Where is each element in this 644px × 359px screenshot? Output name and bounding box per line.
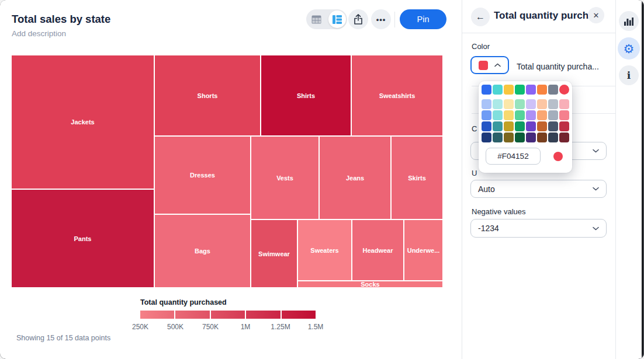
legend-tick-label: 1M bbox=[241, 323, 251, 331]
treemap-node-shorts[interactable]: Shorts bbox=[155, 55, 260, 135]
palette-swatch-selected[interactable] bbox=[559, 85, 569, 95]
palette-swatch[interactable] bbox=[526, 110, 536, 120]
close-icon: ✕ bbox=[593, 11, 600, 20]
back-button[interactable]: ← bbox=[471, 8, 490, 26]
more-button[interactable]: ••• bbox=[371, 9, 391, 29]
treemap-node-dresses[interactable]: Dresses bbox=[155, 137, 250, 214]
treemap-node-label: Sweaters bbox=[310, 247, 338, 254]
palette-swatch[interactable] bbox=[482, 121, 491, 131]
palette-swatch[interactable] bbox=[537, 85, 547, 95]
treemap-node-swimwear[interactable]: Swimwear bbox=[251, 220, 297, 287]
palette-swatch[interactable] bbox=[482, 133, 491, 142]
palette-swatch[interactable] bbox=[537, 110, 547, 120]
palette-swatch[interactable] bbox=[537, 121, 547, 131]
palette-swatch[interactable] bbox=[504, 133, 514, 142]
panel-header: ← Total quantity purcha ✕ bbox=[462, 0, 616, 33]
palette-swatch[interactable] bbox=[526, 121, 536, 131]
palette-swatch[interactable] bbox=[515, 85, 525, 95]
treemap-node-label: Pants bbox=[74, 235, 92, 242]
palette-shade-row bbox=[481, 99, 570, 109]
treemap-node-skirts[interactable]: Skirts bbox=[392, 137, 442, 219]
palette-swatch[interactable] bbox=[504, 85, 514, 95]
negative-values-dropdown[interactable]: -1234 bbox=[470, 219, 607, 238]
treemap-node-pants[interactable]: Pants bbox=[12, 190, 154, 287]
close-button[interactable]: ✕ bbox=[588, 7, 604, 23]
ellipsis-icon: ••• bbox=[376, 15, 386, 24]
treemap-node-jackets[interactable]: Jackets bbox=[12, 55, 154, 189]
palette-swatch[interactable] bbox=[482, 99, 491, 109]
treemap-node-vests[interactable]: Vests bbox=[251, 137, 318, 219]
treemap-node-underwe[interactable]: Underwe... bbox=[404, 220, 442, 280]
treemap-node-socks[interactable]: Socks bbox=[298, 281, 442, 287]
palette-swatch[interactable] bbox=[548, 121, 558, 131]
chart-view-button[interactable] bbox=[328, 11, 346, 28]
palette-swatch[interactable] bbox=[559, 110, 569, 120]
treemap-node-label: Vests bbox=[276, 175, 293, 182]
palette-swatch[interactable] bbox=[559, 99, 569, 109]
palette-swatch[interactable] bbox=[537, 133, 547, 142]
palette-swatch[interactable] bbox=[504, 99, 514, 109]
unit-label-fragment: U bbox=[472, 169, 477, 177]
palette-swatch[interactable] bbox=[548, 99, 558, 109]
palette-swatch[interactable] bbox=[493, 85, 503, 95]
icon-rail: ⚙ i bbox=[615, 0, 642, 359]
palette-swatch[interactable] bbox=[493, 99, 503, 109]
palette-swatch[interactable] bbox=[504, 121, 514, 131]
share-button[interactable] bbox=[348, 9, 368, 29]
palette-swatch[interactable] bbox=[493, 110, 503, 120]
treemap-node-bags[interactable]: Bags bbox=[155, 215, 250, 287]
auto-dropdown[interactable]: Auto bbox=[470, 180, 607, 198]
info-button[interactable]: i bbox=[619, 65, 639, 85]
palette-swatch[interactable] bbox=[559, 133, 569, 142]
color-swatch-button[interactable] bbox=[470, 56, 509, 74]
pin-button[interactable]: Pin bbox=[400, 9, 446, 29]
palette-swatch[interactable] bbox=[526, 99, 536, 109]
color-label: Color bbox=[472, 42, 490, 51]
treemap-node-label: Sweatshirts bbox=[379, 92, 416, 99]
palette-swatch[interactable] bbox=[526, 85, 536, 95]
palette-swatch[interactable] bbox=[493, 133, 503, 142]
gear-icon: ⚙ bbox=[624, 43, 635, 55]
treemap-node-label: Socks bbox=[361, 281, 379, 287]
treemap-node-jeans[interactable]: Jeans bbox=[320, 137, 390, 219]
palette-swatch[interactable] bbox=[526, 133, 536, 142]
settings-button[interactable]: ⚙ bbox=[618, 37, 640, 60]
toolbar-divider bbox=[394, 12, 395, 27]
treemap-node-shirts[interactable]: Shirts bbox=[261, 55, 351, 135]
chart-properties-button[interactable] bbox=[619, 11, 639, 31]
color-series-name: Total quantity purcha... bbox=[517, 62, 610, 71]
palette-swatch[interactable] bbox=[504, 110, 514, 120]
palette-swatch[interactable] bbox=[515, 133, 525, 142]
palette-swatch[interactable] bbox=[548, 133, 558, 142]
legend-gradient-segment bbox=[282, 311, 316, 319]
status-text: Showing 15 of 15 data points bbox=[16, 334, 110, 342]
palette-swatch[interactable] bbox=[493, 121, 503, 131]
palette-swatch[interactable] bbox=[548, 110, 558, 120]
treemap-node-label: Bags bbox=[195, 248, 210, 255]
info-icon: i bbox=[627, 69, 631, 81]
legend-gradient-segment bbox=[211, 311, 245, 319]
chevron-down-icon bbox=[593, 226, 599, 231]
palette-swatch[interactable] bbox=[548, 85, 558, 95]
palette-swatch[interactable] bbox=[482, 110, 491, 120]
dropdown-value: -1234 bbox=[478, 224, 593, 233]
palette-shade-rows bbox=[481, 99, 570, 142]
treemap-node-headwear[interactable]: Headwear bbox=[352, 220, 403, 280]
add-description[interactable]: Add description bbox=[12, 29, 66, 38]
table-icon bbox=[311, 15, 321, 24]
palette-swatch[interactable] bbox=[515, 110, 525, 120]
treemap-node-sweaters[interactable]: Sweaters bbox=[298, 220, 351, 280]
palette-swatch[interactable] bbox=[559, 121, 569, 131]
hex-row bbox=[481, 148, 570, 165]
treemap-node-label: Dresses bbox=[190, 172, 215, 179]
table-view-button[interactable] bbox=[308, 11, 326, 28]
palette-swatch[interactable] bbox=[537, 99, 547, 109]
palette-swatch[interactable] bbox=[515, 121, 525, 131]
treemap-node-label: Underwe... bbox=[407, 247, 440, 254]
palette-swatch[interactable] bbox=[482, 85, 491, 95]
hex-color-input[interactable] bbox=[486, 148, 541, 165]
palette-swatch[interactable] bbox=[515, 99, 525, 109]
treemap-node-sweatshirts[interactable]: Sweatshirts bbox=[352, 55, 442, 135]
selected-color-chip bbox=[479, 61, 488, 70]
app-window: Total sales by state Add description ••• bbox=[0, 0, 644, 359]
